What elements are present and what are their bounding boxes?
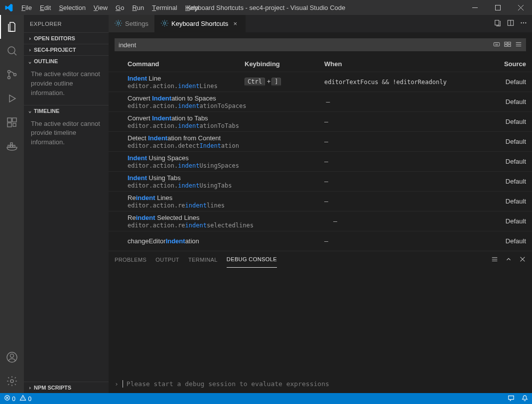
sidebar: EXPLORER ›OPEN EDITORS›SEC4-PROJECT⌄OUTL…	[24, 15, 109, 393]
svg-rect-26	[508, 42, 511, 44]
when-cell: —	[324, 178, 491, 185]
keybinding-row[interactable]: Indent Using Tabseditor.action.indentUsi…	[109, 171, 532, 191]
chevron-icon: ⌄	[26, 107, 34, 114]
split-editor-icon[interactable]	[507, 19, 514, 28]
sidebar-section-open-editors: ›OPEN EDITORS	[24, 32, 109, 44]
source-cell: Default	[491, 78, 526, 86]
command-id: editor.action.reindentlines	[128, 202, 245, 209]
panel-tab-debug-console[interactable]: DEBUG CONSOLE	[227, 251, 277, 268]
activity-accounts-icon[interactable]	[0, 345, 24, 369]
svg-point-21	[521, 22, 522, 23]
status-bell-icon[interactable]	[522, 395, 528, 403]
menu-file[interactable]: File	[17, 0, 36, 15]
svg-point-4	[8, 77, 10, 79]
menu-selection[interactable]: Selection	[55, 0, 89, 15]
activity-extensions-icon[interactable]	[0, 110, 24, 134]
menu-terminal[interactable]: Terminal	[148, 0, 181, 15]
tab-keyboard-shortcuts[interactable]: Keyboard Shortcuts×	[155, 15, 246, 32]
svg-point-16	[10, 380, 13, 383]
keybinding-row[interactable]: Indent Lineeditor.action.indentLinesCtrl…	[109, 72, 532, 92]
status-warnings[interactable]: 0	[19, 395, 31, 403]
source-cell: Default	[491, 237, 526, 245]
keybinding-row[interactable]: Convert Indentation to Spaceseditor.acti…	[109, 92, 532, 111]
command-title: Convert Indentation to Spaces	[128, 95, 246, 102]
panel-filter-icon[interactable]	[491, 256, 498, 264]
activity-bar	[0, 15, 24, 393]
column-command[interactable]: Command	[128, 60, 245, 68]
keybinding-row[interactable]: changeEditorIndentation—Default	[109, 231, 532, 251]
svg-rect-25	[505, 42, 507, 44]
status-bar: 0 0	[0, 393, 532, 404]
panel-tab-problems[interactable]: PROBLEMS	[115, 251, 146, 268]
sidebar-section-header[interactable]: ⌄TIMELINE	[24, 105, 109, 116]
sidebar-title: EXPLORER	[24, 15, 109, 32]
svg-point-2	[8, 47, 15, 54]
menu-run[interactable]: Run	[128, 0, 148, 15]
tab-label: Keyboard Shortcuts	[171, 20, 228, 27]
sidebar-section-header[interactable]: ⌄OUTLINE	[24, 56, 109, 67]
keybinding-row[interactable]: Detect Indentation from Contenteditor.ac…	[109, 131, 532, 151]
menu-edit[interactable]: Edit	[36, 0, 55, 15]
svg-rect-1	[495, 5, 500, 10]
vscode-logo-icon	[0, 3, 17, 12]
column-source[interactable]: Source	[491, 60, 526, 68]
activity-docker-icon[interactable]	[0, 134, 24, 158]
activity-search-icon[interactable]	[0, 39, 24, 63]
column-when[interactable]: When	[324, 60, 491, 68]
command-id: editor.action.detectIndentation	[128, 142, 245, 149]
menu-view[interactable]: View	[90, 0, 112, 15]
keybinding-row[interactable]: Indent Using Spaceseditor.action.indentU…	[109, 151, 532, 171]
activity-run-debug-icon[interactable]	[0, 87, 24, 110]
panel-tab-output[interactable]: OUTPUT	[155, 251, 179, 268]
window-close-button[interactable]	[509, 0, 532, 15]
keyboard-shortcuts-search[interactable]	[115, 38, 526, 51]
svg-rect-24	[494, 42, 499, 46]
column-keybinding[interactable]: Keybinding	[245, 60, 324, 68]
command-id: editor.action.indentUsingSpaces	[128, 162, 245, 169]
window-minimize-button[interactable]	[463, 0, 486, 15]
svg-point-22	[523, 22, 524, 23]
keybinding-row[interactable]: Convert Indentation to Tabseditor.action…	[109, 111, 532, 131]
keybinding-row[interactable]: Reindent Selected Lineseditor.action.rei…	[109, 211, 532, 231]
activity-settings-icon[interactable]	[0, 369, 24, 393]
sidebar-section-npm-scripts: ›NPM SCRIPTS	[24, 382, 109, 393]
clear-search-icon[interactable]	[515, 41, 522, 49]
sort-precedence-icon[interactable]	[504, 41, 511, 49]
status-feedback-icon[interactable]	[508, 395, 515, 403]
sidebar-section-outline: ⌄OUTLINEThe active editor cannot provide…	[24, 55, 109, 105]
debug-console-input[interactable]: › Please start a debug session to evalua…	[115, 380, 329, 388]
open-keybindings-json-icon[interactable]	[494, 19, 501, 28]
status-errors[interactable]: 0	[4, 395, 15, 403]
sidebar-section-header[interactable]: ›NPM SCRIPTS	[24, 382, 109, 393]
activity-source-control-icon[interactable]	[0, 63, 24, 87]
keyboard-shortcuts-search-input[interactable]	[119, 41, 493, 49]
more-actions-icon[interactable]	[520, 19, 527, 28]
command-title: Indent Line	[128, 75, 245, 82]
panel-close-icon[interactable]	[519, 256, 526, 264]
sidebar-section-header[interactable]: ›SEC4-PROJECT	[24, 44, 109, 55]
panel-tab-terminal[interactable]: TERMINAL	[188, 251, 218, 268]
when-cell: —	[324, 237, 491, 245]
window-maximize-button[interactable]	[486, 0, 509, 15]
command-title: Reindent Selected Lines	[128, 214, 254, 221]
panel-collapse-icon[interactable]	[505, 256, 512, 264]
svg-rect-8	[7, 123, 11, 127]
editor-tabs: SettingsKeyboard Shortcuts×	[109, 15, 532, 32]
tab-settings[interactable]: Settings	[109, 15, 155, 32]
tab-label: Settings	[125, 20, 148, 27]
menu-go[interactable]: Go	[112, 0, 128, 15]
sidebar-section-header[interactable]: ›OPEN EDITORS	[24, 33, 109, 44]
svg-point-15	[10, 354, 14, 358]
window-controls	[463, 0, 532, 15]
record-keys-icon[interactable]	[493, 41, 500, 49]
close-icon[interactable]: ×	[231, 20, 239, 27]
command-title: Indent Using Spaces	[128, 154, 245, 162]
keybinding-row[interactable]: Reindent Lineseditor.action.reindentline…	[109, 191, 532, 211]
source-cell: Default	[491, 217, 526, 225]
activity-explorer-icon[interactable]	[0, 15, 24, 39]
window-title: Keyboard Shortcuts - sec4-project - Visu…	[187, 4, 345, 11]
source-cell: Default	[491, 158, 526, 165]
chevron-icon: ›	[26, 385, 34, 391]
source-cell: Default	[491, 178, 526, 185]
chevron-icon: ⌄	[26, 58, 34, 65]
